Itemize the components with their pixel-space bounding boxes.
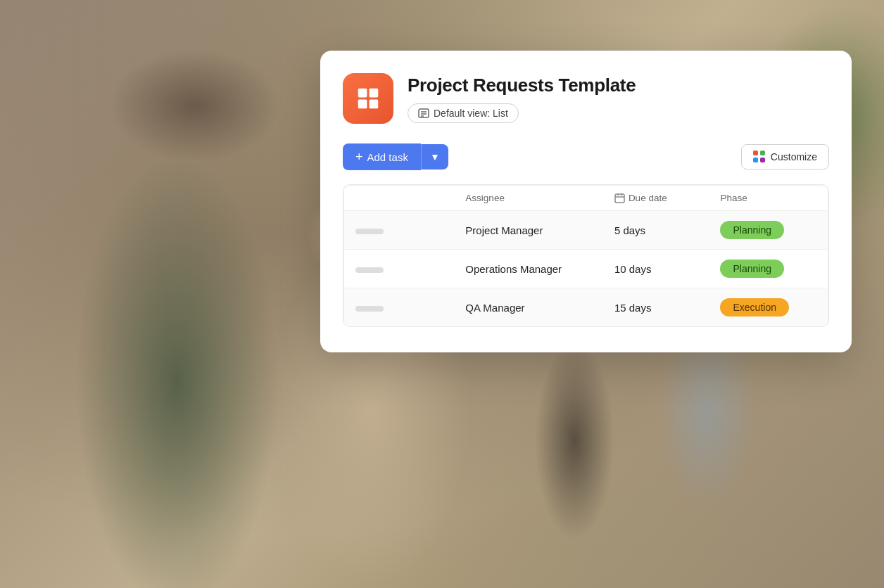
dot-purple (760, 158, 765, 162)
row-3-handle (343, 288, 454, 326)
list-icon (418, 108, 429, 119)
assignee-value: Project Manager (465, 224, 543, 236)
assignee-value: QA Manager (465, 302, 524, 314)
row-2-handle (343, 250, 454, 288)
table-row: Operations Manager 10 days Planning (343, 250, 828, 288)
main-card: Project Requests Template Default view: … (320, 51, 852, 352)
add-task-group: + Add task ▼ (343, 143, 448, 170)
svg-rect-1 (370, 89, 379, 98)
duedate-value: 5 days (614, 224, 645, 236)
row-2-assignee: Operations Manager (454, 250, 603, 288)
phase-label: Phase (720, 193, 747, 203)
duedate-value: 10 days (614, 263, 652, 275)
customize-icon (753, 151, 766, 163)
header-text: Project Requests Template Default view: … (408, 75, 636, 123)
row-3-phase: Execution (709, 288, 828, 326)
phase-badge-planning[interactable]: Planning (720, 260, 784, 278)
default-view-badge[interactable]: Default view: List (408, 103, 519, 123)
app-icon-svg (355, 85, 381, 112)
drag-handle[interactable] (355, 306, 384, 312)
svg-rect-0 (358, 89, 367, 98)
table-header: Assignee Due date (343, 185, 828, 211)
app-icon (343, 73, 393, 124)
col-phase-header: Phase (709, 185, 828, 211)
task-table: Assignee Due date (343, 185, 828, 326)
customize-label: Customize (771, 151, 817, 162)
card-title: Project Requests Template (408, 75, 636, 96)
table-body: Project Manager 5 days Planning Operatio… (343, 211, 828, 326)
row-1-phase: Planning (709, 211, 828, 250)
table-row: Project Manager 5 days Planning (343, 211, 828, 250)
row-3-assignee: QA Manager (454, 288, 603, 326)
row-1-duedate: 5 days (603, 211, 709, 250)
table-row: QA Manager 15 days Execution (343, 288, 828, 326)
dot-green (760, 151, 765, 155)
svg-rect-2 (358, 100, 367, 109)
assignee-value: Operations Manager (465, 263, 562, 275)
duedate-value: 15 days (614, 302, 652, 314)
row-2-phase: Planning (709, 250, 828, 288)
drag-handle[interactable] (355, 229, 384, 234)
add-task-label: Add task (367, 151, 408, 163)
card-header: Project Requests Template Default view: … (343, 73, 829, 124)
col-duedate-header: Due date (603, 185, 709, 211)
plus-icon: + (355, 151, 363, 163)
assignee-label: Assignee (465, 193, 505, 203)
svg-rect-8 (615, 194, 624, 203)
row-1-assignee: Project Manager (454, 211, 603, 250)
row-2-duedate: 10 days (603, 250, 709, 288)
default-view-label: Default view: List (434, 108, 508, 119)
svg-rect-3 (370, 100, 379, 109)
col-handle (343, 185, 454, 211)
add-task-button[interactable]: + Add task (343, 143, 421, 170)
phase-badge-execution[interactable]: Execution (720, 298, 788, 317)
toolbar: + Add task ▼ Customize (343, 143, 829, 170)
row-3-duedate: 15 days (603, 288, 709, 326)
table-header-row: Assignee Due date (343, 185, 828, 211)
customize-button[interactable]: Customize (741, 144, 829, 170)
duedate-label: Due date (629, 193, 667, 203)
col-assignee-header: Assignee (454, 185, 603, 211)
task-table-wrapper: Assignee Due date (343, 184, 829, 327)
row-1-handle (343, 211, 454, 250)
calendar-icon (614, 193, 625, 203)
duedate-header-content: Due date (614, 193, 698, 203)
dot-blue (753, 158, 758, 162)
dot-red (753, 151, 758, 155)
phase-badge-planning[interactable]: Planning (720, 221, 784, 239)
add-task-dropdown-button[interactable]: ▼ (421, 144, 448, 170)
drag-handle[interactable] (355, 267, 384, 273)
